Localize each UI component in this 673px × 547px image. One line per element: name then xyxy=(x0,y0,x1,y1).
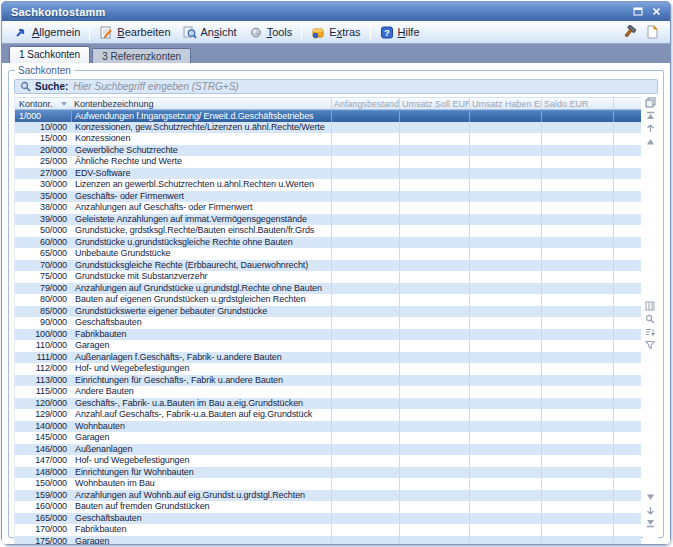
amount-cell xyxy=(331,156,399,168)
row-down-icon[interactable] xyxy=(644,492,656,503)
table-row[interactable]: 90/000Geschäftsbauten xyxy=(15,317,641,329)
table-row[interactable]: 115/000Andere Bauten xyxy=(15,386,641,398)
amount-cell xyxy=(541,260,613,272)
search-input[interactable] xyxy=(73,80,652,93)
account-name-cell: Konzessionen, gew.Schutzrechte/Lizenzen … xyxy=(72,122,331,134)
amount-cell xyxy=(541,145,613,157)
table-row[interactable]: 165/000Geschäftsbauten xyxy=(15,513,641,525)
amount-cell xyxy=(613,294,641,306)
table-row[interactable]: 160/000Bauten auf fremden Grundstücken xyxy=(15,501,641,513)
table-row[interactable]: 75/000Grundstücke mit Substanzverzehr xyxy=(15,271,641,283)
menu-label: Allgemein xyxy=(32,26,80,38)
table-row[interactable]: 148/000Einrichtungen für Wohnbauten xyxy=(15,467,641,479)
table-row[interactable]: 1/000Aufwendungen f.Ingangsetzung/ Erwei… xyxy=(15,110,641,122)
table-row[interactable]: 146/000Außenanlagen xyxy=(15,444,641,456)
tab-label: 3 Referenzkonten xyxy=(102,51,181,62)
column-header-kontonr[interactable]: Kontonr. xyxy=(15,98,72,109)
column-header-saldo[interactable]: Saldo EUR xyxy=(541,98,613,109)
table-row[interactable]: 110/000Garagen xyxy=(15,340,641,352)
account-number-cell: 75/000 xyxy=(15,271,72,283)
table-row[interactable]: 147/000Hof- und Wegebefestigungen xyxy=(15,455,641,467)
amount-cell xyxy=(613,409,641,421)
amount-cell xyxy=(331,444,399,456)
table-row[interactable]: 20/000Gewerbliche Schutzrechte xyxy=(15,145,641,157)
menu-tools[interactable]: Tools xyxy=(243,24,299,41)
help-icon: ? xyxy=(380,26,394,39)
account-number-cell: 115/000 xyxy=(15,386,72,398)
search-bar[interactable]: Suche: xyxy=(14,79,658,94)
table-row[interactable]: 111/000Außenanlagen f.Geschäfts-, Fabrik… xyxy=(15,352,641,364)
table-row[interactable]: 140/000Wohnbauten xyxy=(15,421,641,433)
scroll-down-icon[interactable] xyxy=(644,505,656,516)
amount-cell xyxy=(541,490,613,502)
column-label: Anfangsbestand EUR xyxy=(334,99,399,109)
columns-icon[interactable] xyxy=(644,300,656,311)
table-row[interactable]: 70/000Grundstücksgleiche Rechte (Erbbaur… xyxy=(15,260,641,272)
column-label: Umsatz Haben EUR xyxy=(472,99,541,109)
menu-allgemein[interactable]: Allgemein xyxy=(8,24,86,41)
account-number-cell: 113/000 xyxy=(15,375,72,387)
tab-sachkonten[interactable]: 1 Sachkonten xyxy=(9,46,90,63)
table-row[interactable]: 50/000Grundstücke, grdstksgl.Rechte/Baut… xyxy=(15,225,641,237)
table-row[interactable]: 150/000Wohnbauten im Bau xyxy=(15,478,641,490)
table-row[interactable]: 170/000Fabrikbauten xyxy=(15,524,641,536)
account-number-cell: 145/000 xyxy=(15,432,72,444)
amount-cell xyxy=(469,237,541,249)
amount-cell xyxy=(541,340,613,352)
table-row[interactable]: 159/000Anzahlungen auf Wohnb.auf eig.Gru… xyxy=(15,490,641,502)
amount-cell xyxy=(331,455,399,467)
row-up-icon[interactable] xyxy=(644,136,656,147)
account-number-cell: 165/000 xyxy=(15,513,72,525)
account-name-cell: Grundstücke, grdstksgl.Rechte/Bauten ein… xyxy=(72,225,331,237)
menu-ansicht[interactable]: Ansicht xyxy=(177,24,243,41)
table-row[interactable]: 30/000Lizenzen an gewerbl.Schutzrechten … xyxy=(15,179,641,191)
menu-bearbeiten[interactable]: Bearbeiten xyxy=(93,24,176,41)
menu-hilfe[interactable]: ? Hilfe xyxy=(374,24,426,41)
filter-icon[interactable] xyxy=(644,339,656,350)
column-header-anfangsbestand[interactable]: Anfangsbestand EUR xyxy=(331,98,399,109)
amount-cell xyxy=(541,202,613,214)
table-row[interactable]: 38/000Anzahlungen auf Geschäfts- oder Fi… xyxy=(15,202,641,214)
table-row[interactable]: 15/000Konzessionen xyxy=(15,133,641,145)
search-list-icon[interactable] xyxy=(644,313,656,324)
table-row[interactable]: 85/000Grundstückswerte eigener bebauter … xyxy=(15,306,641,318)
table-row[interactable]: 10/000Konzessionen, gew.Schutzrechte/Liz… xyxy=(15,122,641,134)
column-header-umsatz-soll[interactable]: Umsatz Soll EUR xyxy=(399,98,469,109)
table-row[interactable]: 100/000Fabrikbauten xyxy=(15,329,641,341)
table-row[interactable]: 39/000Geleistete Anzahlungen auf immat.V… xyxy=(15,214,641,226)
column-header-kontenbezeichnung[interactable]: Kontenbezeichnung xyxy=(72,98,331,109)
column-header-umsatz-haben[interactable]: Umsatz Haben EUR xyxy=(469,98,541,109)
table-row[interactable]: 120/000Geschäfts-, Fabrik- u.a.Bauten im… xyxy=(15,398,641,410)
column-label: Umsatz Soll EUR xyxy=(402,99,469,109)
amount-cell xyxy=(613,536,641,545)
close-icon[interactable] xyxy=(650,6,663,18)
table-row[interactable]: 25/000Ähnliche Rechte und Werte xyxy=(15,156,641,168)
amount-cell xyxy=(541,111,613,122)
copy-icon[interactable] xyxy=(644,97,656,108)
account-name-cell: Aufwendungen f.Ingangsetzung/ Erweit.d.G… xyxy=(72,111,331,122)
restore-icon[interactable] xyxy=(631,6,644,18)
new-document-icon[interactable] xyxy=(646,25,658,39)
menu-extras[interactable]: Extras xyxy=(305,24,366,41)
table-row[interactable]: 112/000Hof- und Wegebefestigungen xyxy=(15,363,641,375)
hammer-icon[interactable] xyxy=(624,25,637,39)
scroll-up-icon[interactable] xyxy=(644,123,656,134)
tab-referenzkonten[interactable]: 3 Referenzkonten xyxy=(92,48,191,63)
table-row[interactable]: 129/000Anzahl.auf Geschäfts-, Fabrik-u.a… xyxy=(15,409,641,421)
table-row[interactable]: 79/000Anzahlungen auf Grundstücke u.grun… xyxy=(15,283,641,295)
table-row[interactable]: 145/000Garagen xyxy=(15,432,641,444)
table-row[interactable]: 27/000EDV-Software xyxy=(15,168,641,180)
amount-cell xyxy=(541,329,613,341)
amount-cell xyxy=(331,306,399,318)
sort-icon[interactable] xyxy=(644,326,656,337)
table-row[interactable]: 60/000Grundstücke u.grundstücksgleiche R… xyxy=(15,237,641,249)
amount-cell xyxy=(541,352,613,364)
table-row[interactable]: 113/000Einrichtungen für Geschäfts-, Fab… xyxy=(15,375,641,387)
table-row[interactable]: 175/000Garagen xyxy=(15,536,641,545)
table-row[interactable]: 65/000Unbebaute Grundstücke xyxy=(15,248,641,260)
account-number-cell: 35/000 xyxy=(15,191,72,203)
table-row[interactable]: 80/000Bauten auf eigenen Grundstücken u.… xyxy=(15,294,641,306)
table-row[interactable]: 35/000Geschäfts- oder Firmenwert xyxy=(15,191,641,203)
scroll-last-icon[interactable] xyxy=(644,518,656,529)
scroll-first-icon[interactable] xyxy=(644,110,656,121)
